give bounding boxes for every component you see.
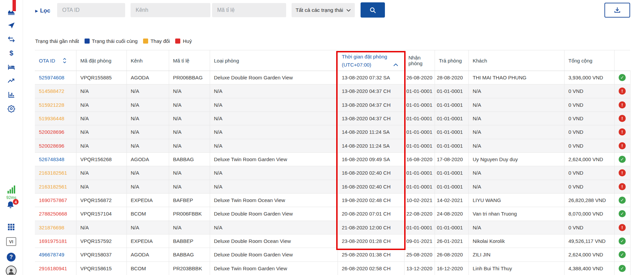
user-avatar[interactable] bbox=[6, 266, 17, 275]
room-type-cell: Deluxe Double Room Garden View bbox=[210, 248, 338, 261]
ota-id-cell[interactable]: 520028696 bbox=[35, 139, 76, 152]
booking-code-cell: VPQR158037 bbox=[76, 248, 127, 261]
ota-id-cell[interactable]: 2163182561 bbox=[35, 180, 76, 193]
table-row[interactable]: 2788250668 VPQR157104 BCOM PR006FBBK Del… bbox=[35, 207, 630, 221]
ota-id-cell[interactable]: 321876698 bbox=[35, 221, 76, 234]
status-filter-dropdown[interactable]: Tất cả các trạng thái bbox=[292, 3, 355, 17]
sidebar-item-transactions[interactable] bbox=[0, 32, 23, 46]
sidebar-item-reports[interactable] bbox=[0, 88, 23, 102]
ota-id-cell[interactable]: 526748348 bbox=[35, 152, 76, 166]
filter-toggle[interactable]: ▶ Lọc bbox=[35, 7, 50, 14]
channel-cell: N/A bbox=[127, 125, 169, 139]
table-row[interactable]: 1691975181 VPQR157592 EXPEDIA BABBEP Del… bbox=[35, 234, 630, 248]
language-toggle[interactable]: VI bbox=[6, 237, 16, 246]
ota-id-cell[interactable]: 1691975181 bbox=[35, 234, 76, 248]
booking-code-cell: VPQR157592 bbox=[76, 234, 127, 248]
status-icon: ! bbox=[619, 101, 626, 108]
ota-id-cell[interactable]: 519936448 bbox=[35, 111, 76, 125]
booking-code-cell: N/A bbox=[76, 111, 127, 125]
apps-menu-button[interactable] bbox=[7, 223, 15, 232]
rate-code-cell: N/A bbox=[169, 166, 210, 180]
status-cell: ✓ bbox=[614, 71, 630, 84]
booking-code-cell: N/A bbox=[76, 125, 127, 139]
ota-id-cell[interactable]: 520028696 bbox=[35, 125, 76, 139]
status-cell: ! bbox=[614, 166, 630, 180]
rate-code-cell: N/A bbox=[169, 125, 210, 139]
trend-up-icon bbox=[7, 77, 15, 85]
table-body: 525974608 VPQR155885 AGODA PR006BBAG Del… bbox=[35, 71, 630, 275]
table-row[interactable]: 1690757867 VPQR156872 EXPEDIA BAFBEP Del… bbox=[35, 193, 630, 207]
table-row[interactable]: 525974608 VPQR155885 AGODA PR006BBAG Del… bbox=[35, 71, 630, 84]
channel-cell: N/A bbox=[127, 180, 169, 193]
rate-code-cell: N/A bbox=[169, 84, 210, 98]
ota-id-cell[interactable]: 2788250668 bbox=[35, 207, 76, 221]
sidebar-item-promotions[interactable] bbox=[0, 19, 23, 32]
table-row[interactable]: 526748348 VPQR156268 AGODA BABBAG Deluxe… bbox=[35, 152, 630, 166]
table-row[interactable]: 520028696 N/A N/A N/A N/A 14-08-2020 11:… bbox=[35, 139, 630, 152]
checkin-cell: 13-12-2020 bbox=[404, 261, 435, 275]
total-cell: 4,388,400 VND bbox=[564, 261, 614, 275]
sidebar-item-settings[interactable] bbox=[0, 102, 23, 116]
notifications-button[interactable]: 4 bbox=[6, 201, 16, 211]
table-row[interactable]: 514588472 N/A N/A N/A N/A 13-08-2020 04:… bbox=[35, 84, 630, 98]
guest-cell: N/A bbox=[468, 98, 564, 111]
status-icon: ! bbox=[619, 88, 626, 95]
ota-id-cell[interactable]: 525974608 bbox=[35, 71, 76, 84]
status-icon: ! bbox=[619, 142, 626, 149]
table-row[interactable]: 321876698 N/A N/A N/A N/A 21-08-2020 12:… bbox=[35, 221, 630, 234]
ota-id-cell[interactable]: 515921228 bbox=[35, 98, 76, 111]
table-row[interactable]: 519936448 N/A N/A N/A N/A 13-08-2020 04:… bbox=[35, 111, 630, 125]
status-icon: ✓ bbox=[619, 251, 626, 258]
swap-horizontal-icon bbox=[7, 35, 15, 43]
table-row[interactable]: 2163182561 N/A N/A N/A N/A 16-08-2020 02… bbox=[35, 166, 630, 180]
legend-label: Huỷ bbox=[183, 38, 192, 44]
total-cell: 0 VND bbox=[564, 98, 614, 111]
guest-cell: Linh Bui Thi Thuy bbox=[468, 261, 564, 275]
ota-id-cell[interactable]: 496678749 bbox=[35, 248, 76, 261]
legend-swatch-blue bbox=[85, 39, 90, 44]
table-row[interactable]: 496678749 VPQR158037 AGODA BABBAG Deluxe… bbox=[35, 248, 630, 261]
room-type-cell: Deluxe Double Room Garden View bbox=[210, 207, 338, 221]
ota-id-cell[interactable]: 2916180941 bbox=[35, 261, 76, 275]
channel-input[interactable] bbox=[131, 3, 210, 17]
booking-code-cell: N/A bbox=[76, 166, 127, 180]
sidebar-nav: $ bbox=[0, 5, 23, 116]
total-cell: 26,820,288 VND bbox=[564, 193, 614, 207]
sidebar-item-performance[interactable] bbox=[0, 74, 23, 88]
sidebar-item-rooms[interactable] bbox=[0, 60, 23, 74]
download-icon bbox=[614, 6, 621, 14]
total-cell: 0 VND bbox=[564, 221, 614, 234]
ota-id-cell[interactable]: 1690757867 bbox=[35, 193, 76, 207]
col-header-checkout: Trả phòng bbox=[435, 50, 468, 71]
channel-cell: N/A bbox=[127, 98, 169, 111]
guest-cell: Uy Nguyen Duy duy bbox=[468, 152, 564, 166]
help-button[interactable]: ? bbox=[7, 253, 16, 261]
ota-id-cell[interactable]: 2163182561 bbox=[35, 166, 76, 180]
ota-id-cell[interactable]: 514588472 bbox=[35, 84, 76, 98]
table-row[interactable]: 515921228 N/A N/A N/A N/A 13-08-2020 04:… bbox=[35, 98, 630, 111]
legend-title: Trạng thái gần nhất bbox=[35, 38, 79, 44]
col-header-status bbox=[614, 50, 630, 71]
col-header-ota-id[interactable]: OTA ID bbox=[35, 50, 76, 71]
sidebar-item-finance[interactable]: $ bbox=[0, 46, 23, 60]
status-icon: ! bbox=[619, 128, 626, 135]
rate-code-cell: N/A bbox=[169, 98, 210, 111]
checkout-cell: 01-01-0001 bbox=[435, 84, 468, 98]
download-button[interactable] bbox=[604, 3, 630, 18]
sort-both-icon bbox=[63, 57, 67, 64]
status-icon: ✓ bbox=[619, 197, 626, 204]
rate-code-input[interactable] bbox=[212, 3, 286, 17]
table-row[interactable]: 2163182561 N/A N/A N/A N/A 16-08-2020 02… bbox=[35, 180, 630, 193]
col-header-booking-time[interactable]: Thời gian đặt phòng (UTC+07:00) bbox=[338, 50, 404, 71]
status-icon: ✓ bbox=[619, 265, 626, 272]
status-icon: ! bbox=[619, 115, 626, 122]
ota-id-input[interactable] bbox=[57, 3, 125, 17]
search-button[interactable] bbox=[361, 2, 385, 18]
legend-item-changed: Thay đổi bbox=[143, 38, 170, 44]
booking-code-cell: N/A bbox=[76, 221, 127, 234]
table-row[interactable]: 520028696 N/A N/A N/A N/A 14-08-2020 11:… bbox=[35, 125, 630, 139]
checkout-cell: 01-01-0001 bbox=[435, 111, 468, 125]
sidebar-item-dashboard[interactable] bbox=[0, 5, 23, 19]
room-type-cell: Deluxe Twin Room Garden View bbox=[210, 261, 338, 275]
table-row[interactable]: 2916180941 VPQR158615 BCOM PR203BBBK Del… bbox=[35, 261, 630, 275]
